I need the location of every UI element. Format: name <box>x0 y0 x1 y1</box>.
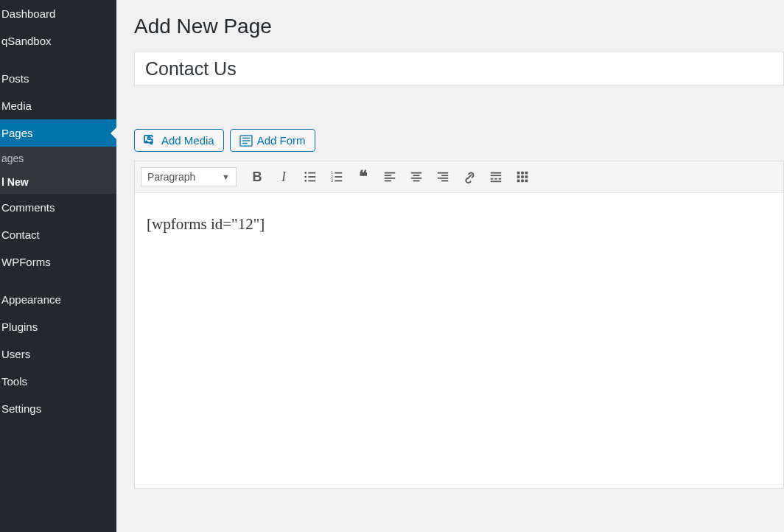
svg-rect-13 <box>335 176 342 178</box>
editor-box: Paragraph ▼ B I 123 ❝ <box>134 161 784 489</box>
svg-rect-29 <box>491 175 501 176</box>
svg-rect-32 <box>499 178 502 180</box>
sidebar-item-pages[interactable]: Pages <box>0 119 116 147</box>
page-title: Add New Page <box>134 15 784 38</box>
svg-rect-40 <box>517 180 520 183</box>
svg-rect-23 <box>413 181 420 182</box>
admin-sidebar: Dashboard qSandbox Posts Media Pages age… <box>0 0 116 532</box>
svg-rect-19 <box>385 181 391 182</box>
format-dropdown[interactable]: Paragraph ▼ <box>141 167 237 186</box>
svg-rect-24 <box>438 172 448 174</box>
form-icon <box>239 135 253 147</box>
svg-point-4 <box>304 172 307 174</box>
add-media-label: Add Media <box>161 134 214 147</box>
svg-rect-20 <box>411 172 421 174</box>
editor-toolbar: Paragraph ▼ B I 123 ❝ <box>135 161 783 193</box>
svg-rect-21 <box>413 175 420 176</box>
svg-rect-22 <box>411 178 421 179</box>
svg-rect-37 <box>517 175 520 178</box>
svg-rect-34 <box>517 172 520 175</box>
editor-wrap: Add Media Add Form Paragraph ▼ B I <box>134 129 784 489</box>
sidebar-item-comments[interactable]: Comments <box>0 194 116 221</box>
svg-rect-25 <box>441 175 448 176</box>
format-value: Paragraph <box>147 171 195 183</box>
read-more-button[interactable] <box>484 166 508 188</box>
add-form-label: Add Form <box>257 134 306 147</box>
sidebar-item-qsandbox[interactable]: qSandbox <box>0 27 116 55</box>
svg-rect-11 <box>335 172 342 174</box>
svg-rect-5 <box>308 172 315 174</box>
sidebar-item-contact[interactable]: Contact <box>0 221 116 248</box>
svg-rect-9 <box>308 181 315 182</box>
svg-rect-27 <box>441 181 448 182</box>
sidebar-item-tools[interactable]: Tools <box>0 368 116 395</box>
svg-rect-33 <box>491 181 501 182</box>
svg-rect-36 <box>525 172 528 175</box>
svg-rect-35 <box>521 172 524 175</box>
svg-rect-41 <box>521 180 524 183</box>
page-title-input[interactable] <box>134 52 784 86</box>
svg-text:3: 3 <box>331 178 333 183</box>
toolbar-toggle-button[interactable] <box>511 166 534 188</box>
sidebar-item-posts[interactable]: Posts <box>0 65 116 92</box>
sidebar-separator <box>0 55 116 65</box>
sidebar-item-media[interactable]: Media <box>0 92 116 119</box>
svg-rect-31 <box>494 178 497 180</box>
svg-rect-18 <box>385 178 395 179</box>
svg-rect-39 <box>525 175 528 178</box>
add-media-button[interactable]: Add Media <box>134 129 224 152</box>
svg-rect-42 <box>525 180 528 183</box>
blockquote-button[interactable]: ❝ <box>351 166 375 188</box>
svg-rect-28 <box>491 172 501 174</box>
svg-rect-15 <box>335 181 342 182</box>
sidebar-subitem-add-new[interactable]: l New <box>0 170 116 194</box>
camera-music-icon <box>144 135 157 147</box>
sidebar-item-wpforms[interactable]: WPForms <box>0 248 116 276</box>
numbered-list-button[interactable]: 123 <box>325 166 349 188</box>
bullet-list-button[interactable] <box>298 166 322 188</box>
sidebar-item-users[interactable]: Users <box>0 340 116 368</box>
align-left-button[interactable] <box>378 166 402 188</box>
editor-content[interactable]: [wpforms id="12"] <box>135 193 783 488</box>
align-right-button[interactable] <box>431 166 455 188</box>
main-content: Add New Page Add Media Add Form Paragrap… <box>116 0 784 532</box>
media-buttons-row: Add Media Add Form <box>134 129 784 152</box>
sidebar-item-plugins[interactable]: Plugins <box>0 313 116 340</box>
sidebar-item-appearance[interactable]: Appearance <box>0 286 116 313</box>
sidebar-submenu-pages: ages l New <box>0 147 116 194</box>
svg-rect-30 <box>491 178 494 180</box>
italic-button[interactable]: I <box>272 166 295 188</box>
svg-rect-17 <box>385 175 391 176</box>
sidebar-item-dashboard[interactable]: Dashboard <box>0 0 116 27</box>
bold-button[interactable]: B <box>245 166 269 188</box>
svg-point-6 <box>304 176 307 178</box>
sidebar-separator <box>0 276 116 286</box>
svg-point-8 <box>304 180 307 182</box>
chevron-down-icon: ▼ <box>222 172 230 181</box>
align-center-button[interactable] <box>405 166 428 188</box>
svg-rect-38 <box>521 175 524 178</box>
sidebar-item-settings[interactable]: Settings <box>0 395 116 422</box>
svg-rect-26 <box>438 178 448 179</box>
sidebar-subitem-all-pages[interactable]: ages <box>0 147 116 170</box>
svg-rect-16 <box>385 172 395 174</box>
add-form-button[interactable]: Add Form <box>230 129 315 152</box>
svg-rect-7 <box>308 176 315 178</box>
link-button[interactable] <box>458 166 481 188</box>
